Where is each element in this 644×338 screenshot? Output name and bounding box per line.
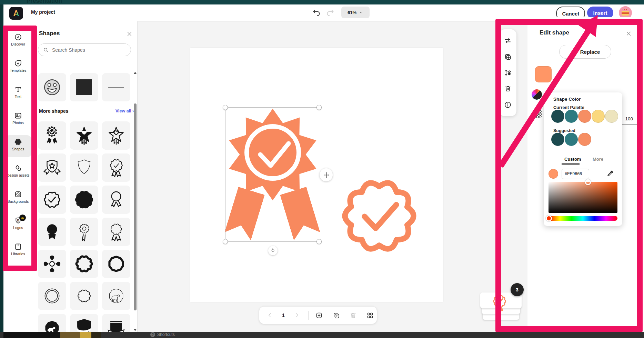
suggested-color-1[interactable] [565, 133, 578, 146]
add-page-button[interactable] [315, 312, 323, 319]
premium-crown-icon [19, 215, 26, 221]
shape-tile-shield-star-banner-outline[interactable] [38, 153, 66, 182]
shortcuts-hint: ? Shortcuts [150, 332, 175, 337]
design-assets-icon [14, 164, 22, 172]
shape-tile-decagon-dog-outline[interactable] [102, 282, 130, 310]
duplicate-page-button[interactable] [333, 312, 340, 319]
sidebar-item-label: Discover [3, 42, 33, 46]
shape-tile-seal-scalloped-filled[interactable] [70, 186, 98, 214]
zoom-level-dropdown[interactable]: 61% [341, 7, 370, 18]
shape-tile-medal-filled-bow[interactable] [38, 218, 66, 246]
logo-letter: A [13, 9, 19, 18]
palette-color-1[interactable] [565, 110, 578, 123]
shapes-search[interactable] [38, 43, 131, 56]
flip-icon[interactable] [504, 37, 512, 44]
move-handle[interactable] [320, 168, 333, 181]
suggested-label: Suggested [553, 128, 575, 133]
sidebar-item-text[interactable]: Text [3, 84, 33, 107]
shape-tile-crest-banner-filled[interactable] [102, 314, 130, 332]
scrollbar-down-arrow[interactable] [134, 329, 137, 331]
shape-tile-award-medal-filled[interactable] [38, 121, 66, 150]
shape-tile-double-ring-seal-outline[interactable] [38, 282, 66, 310]
suggested-color-2[interactable] [578, 133, 591, 146]
tab-custom[interactable]: Custom [564, 157, 581, 162]
palette-color-0[interactable] [551, 110, 564, 123]
reorder-icon[interactable] [504, 69, 512, 77]
shape-color-popover: Shape Color Current Palette Suggested Cu… [544, 92, 622, 226]
shape-tile-scalloped-ring-filled[interactable] [70, 250, 98, 278]
palette-color-2[interactable] [578, 110, 591, 123]
resize-handle-se[interactable] [316, 239, 322, 244]
scrollbar-thumb[interactable] [134, 103, 137, 310]
sidebar-item-backgrounds[interactable]: Backgrounds [3, 189, 33, 212]
shape-tile-decagon-dog-filled[interactable] [38, 314, 66, 332]
move-icon [323, 172, 330, 178]
project-title: My project [31, 9, 55, 15]
tab-more[interactable]: More [593, 157, 603, 162]
shape-tile-shield-outline[interactable] [70, 153, 98, 182]
saturation-brightness-picker[interactable] [549, 182, 617, 213]
text-icon [14, 86, 22, 93]
resize-handle-sw[interactable] [223, 239, 228, 244]
close-icon[interactable] [626, 31, 632, 37]
shape-tile-line-shape[interactable] [102, 73, 130, 101]
shape-tile-flower-seal-outline[interactable] [70, 282, 98, 310]
resize-handle-nw[interactable] [223, 105, 228, 110]
scrollbar-up-arrow[interactable] [134, 72, 137, 74]
adobe-express-logo[interactable]: A [9, 7, 23, 20]
sidebar-item-design-assets[interactable]: Design assets [3, 163, 33, 186]
next-page-button[interactable] [294, 312, 300, 318]
shape-tile-rosette-check-ribbons-outline[interactable] [102, 153, 130, 182]
hex-color-input[interactable] [562, 169, 589, 179]
chevron-down-icon [359, 10, 363, 15]
shape-tile-rosette-two-ribbons-outline[interactable] [102, 218, 130, 246]
palette-color-4[interactable] [605, 110, 618, 123]
close-icon[interactable] [127, 31, 132, 37]
rotate-handle[interactable] [268, 246, 278, 255]
gradient-fill-icon[interactable] [532, 89, 542, 100]
shape-fill-swatch[interactable] [535, 66, 552, 82]
search-input[interactable] [51, 47, 122, 53]
compass-icon [14, 33, 22, 41]
shape-tile-black-square-shape[interactable] [70, 73, 98, 101]
sidebar-item-logos[interactable]: BLogos [3, 215, 33, 238]
eyedropper-icon[interactable] [606, 170, 614, 177]
outline-seal-shape[interactable] [335, 172, 423, 260]
shape-tile-maltese-cross-badge-filled[interactable] [38, 250, 66, 278]
shape-tile-smiley-shape[interactable] [38, 73, 66, 101]
sidebar-item-discover[interactable]: Discover [3, 32, 33, 54]
shape-tile-shield-banner-filled[interactable] [70, 314, 98, 332]
redo-button[interactable] [326, 9, 334, 17]
duplicate-icon[interactable] [504, 53, 512, 61]
sidebar-item-templates[interactable]: Templates [3, 58, 33, 81]
suggested-color-0[interactable] [551, 133, 564, 146]
background-photo-fragment [3, 332, 60, 338]
undo-button[interactable] [312, 9, 321, 17]
shape-tile-rosette-star-tail-outline[interactable] [70, 218, 98, 246]
shape-tile-seal-check-outline[interactable] [38, 186, 66, 214]
saturation-handle[interactable] [585, 179, 591, 185]
opacity-checker-icon[interactable] [533, 109, 542, 118]
sidebar-item-label: Design assets [3, 173, 33, 177]
hue-handle[interactable] [546, 215, 552, 221]
sidebar-item-shapes[interactable]: Shapes [3, 137, 33, 159]
trash-icon[interactable] [504, 85, 512, 92]
shape-tile-star-heart-ribbons-filled[interactable] [70, 121, 98, 150]
shape-tile-medal-circle-ribbons-outline[interactable] [102, 186, 130, 214]
hue-slider[interactable] [549, 216, 617, 221]
shape-tile-decagon-ring-filled[interactable] [102, 250, 130, 278]
prev-page-button[interactable] [267, 312, 273, 318]
view-all-link[interactable]: View all › [115, 109, 134, 113]
question-icon: ? [150, 332, 155, 337]
svg-text:B: B [17, 219, 19, 222]
resize-handle-ne[interactable] [316, 105, 322, 110]
shapes-panel-title: Shapes [39, 30, 60, 37]
sidebar-item-photos[interactable]: Photos [3, 110, 33, 133]
shape-tile-star-heart-ribbons-outline[interactable] [102, 121, 130, 150]
delete-page-button[interactable] [350, 312, 357, 319]
palette-color-3[interactable] [592, 110, 605, 123]
grid-view-button[interactable] [366, 312, 374, 319]
info-icon[interactable] [504, 101, 512, 109]
sidebar-item-libraries[interactable]: Libraries [3, 241, 33, 264]
replace-button[interactable]: Replace [559, 45, 611, 59]
